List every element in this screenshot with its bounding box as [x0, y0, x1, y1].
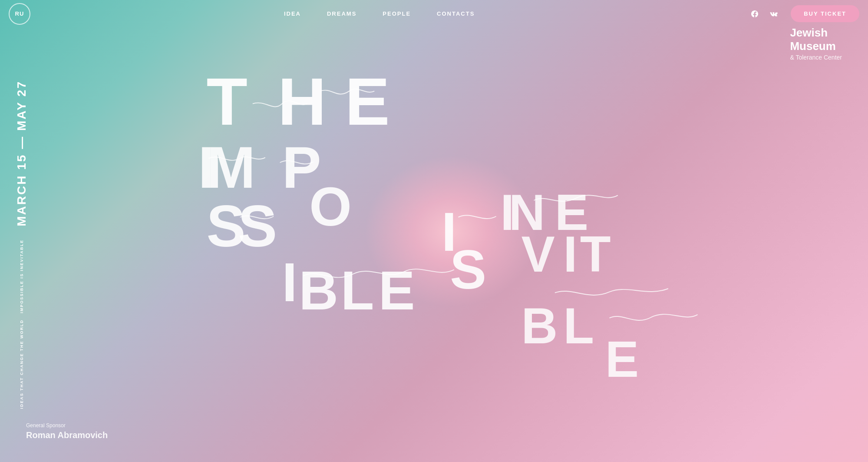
svg-text:S: S [450, 239, 486, 300]
sidebar: MARCH 15 — MAY 27 IMPOSSIBLE IS INEVITAB… [0, 27, 43, 462]
museum-logo: Jewish Museum & Tolerance Center [790, 26, 842, 61]
sidebar-date: MARCH 15 — MAY 27 [15, 80, 29, 226]
svg-text:O: O [309, 176, 352, 237]
hero-art-title: T H E I M P S S [139, 49, 803, 427]
nav-people[interactable]: PEOPLE [383, 10, 411, 17]
svg-text:H: H [278, 64, 327, 139]
svg-text:P: P [282, 134, 321, 200]
sponsor-name: Roman Abramovich [26, 430, 108, 440]
svg-text:I: I [500, 184, 514, 241]
navbar: RU IDEA DREAMS PEOPLE CONTACTS BUY TICKE… [0, 0, 868, 27]
svg-text:E: E [605, 331, 639, 388]
facebook-icon[interactable] [750, 9, 759, 19]
svg-text:B: B [299, 260, 338, 321]
svg-text:T: T [207, 64, 248, 139]
nav-dreams[interactable]: DREAMS [327, 10, 356, 17]
sidebar-tagline2: IDEAS THAT CHANGE THE WORLD [20, 319, 24, 409]
svg-text:S: S [238, 193, 277, 259]
svg-text:I: I [198, 134, 215, 200]
svg-text:E: E [555, 184, 588, 241]
svg-text:I: I [563, 226, 577, 283]
museum-sub: & Tolerance Center [790, 54, 842, 61]
svg-text:M: M [207, 134, 256, 200]
svg-text:L: L [341, 260, 374, 321]
nav-links: IDEA DREAMS PEOPLE CONTACTS [9, 10, 750, 17]
sidebar-tagline1: IMPOSSIBLE IS INEVITABLE [20, 239, 24, 313]
sidebar-taglines: IMPOSSIBLE IS INEVITABLE IDEAS THAT CHAN… [20, 239, 24, 409]
svg-text:B: B [521, 298, 558, 354]
social-links [750, 9, 778, 19]
svg-text:N: N [509, 184, 545, 241]
svg-text:E: E [345, 64, 390, 139]
hero-content: T H E I M P S S [43, 27, 868, 462]
svg-text:I: I [282, 252, 297, 313]
svg-text:V: V [521, 226, 555, 283]
nav-idea[interactable]: IDEA [284, 10, 301, 17]
museum-name: Jewish Museum [790, 26, 842, 53]
svg-text:I: I [442, 201, 457, 263]
buy-ticket-button[interactable]: BUY TICKET [791, 5, 859, 22]
vk-icon[interactable] [768, 9, 778, 19]
svg-text:L: L [563, 298, 594, 354]
sponsor-label: General Sponsor [26, 422, 108, 429]
sponsor-section: General Sponsor Roman Abramovich [26, 422, 108, 440]
nav-contacts[interactable]: CONTACTS [437, 10, 475, 17]
svg-text:S: S [207, 193, 246, 259]
svg-text:E: E [379, 260, 415, 321]
svg-text:T: T [580, 226, 611, 283]
